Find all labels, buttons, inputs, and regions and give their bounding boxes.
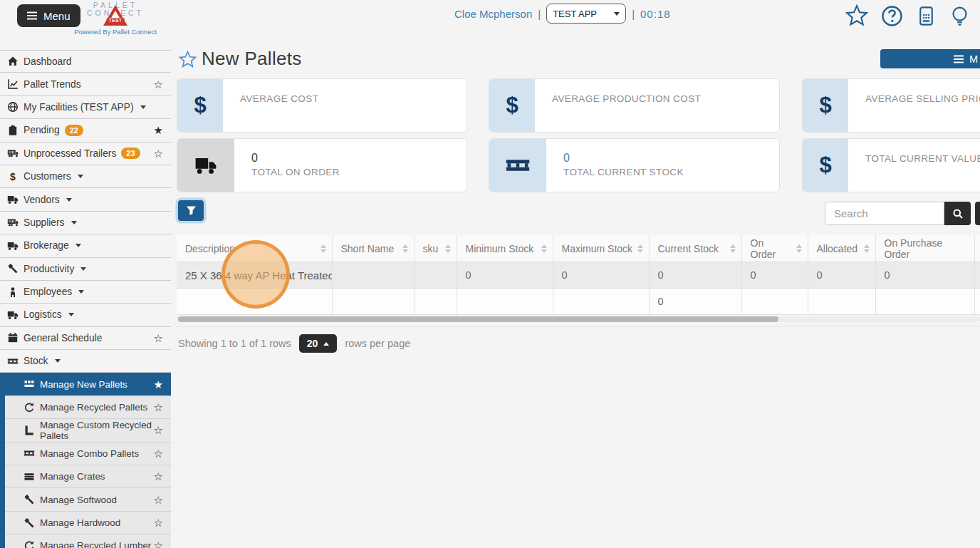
sidebar-item-general-schedule[interactable]: General Schedule <box>0 327 171 350</box>
favorites-star-icon[interactable] <box>845 4 869 28</box>
truck-icon <box>177 139 234 192</box>
cell-maximum-stock: 0 <box>553 262 649 289</box>
favorite-star-icon[interactable] <box>154 471 163 482</box>
sidebar-item-label: Pending <box>24 125 60 135</box>
sidebar-item-manage-crates[interactable]: Manage Crates <box>5 465 171 488</box>
search-input[interactable] <box>825 202 944 225</box>
stat-card-total-current-value: TOTAL CURRENT VALUE <box>802 138 980 192</box>
search-button[interactable] <box>944 202 971 225</box>
sidebar-item-manage-custom-recycled-pallets[interactable]: Manage Custom Recycled Pallets <box>5 419 171 442</box>
sidebar-item-label: Customers <box>24 171 71 182</box>
column-header-current-stock[interactable]: Current Stock <box>649 235 741 262</box>
help-icon[interactable] <box>880 4 904 28</box>
pagination-summary: Showing 1 to 1 of 1 rows <box>178 338 291 349</box>
sort-arrows-icon <box>541 244 547 253</box>
favorite-star-icon[interactable] <box>154 379 163 390</box>
table-row[interactable]: 25 X 36 4 way AP Heat Treated 0 0 0 0 0 … <box>177 262 980 289</box>
sidebar-item-brokerage[interactable]: Brokerage <box>0 234 171 257</box>
globe-icon <box>7 101 19 113</box>
cell-short-name <box>332 262 414 289</box>
app-selector[interactable]: TEST APP <box>546 4 626 24</box>
sidebar-item-label: Manage New Pallets <box>40 379 127 390</box>
funnel-icon <box>186 205 197 216</box>
calculator-icon[interactable] <box>915 5 937 27</box>
pallet-icon <box>24 448 35 459</box>
column-header-allocated[interactable]: Allocated <box>808 235 875 262</box>
sidebar-item-label: Manage Recycled Pallets <box>40 402 147 413</box>
favorite-star-icon[interactable] <box>154 517 163 528</box>
cell-minimum-stock <box>457 289 553 315</box>
table-options-button[interactable] <box>975 202 980 225</box>
table-header-row: Description Short Name sku Minimum Stock… <box>177 235 980 262</box>
chevron-down-icon <box>80 267 86 271</box>
chevron-down-icon <box>75 244 81 247</box>
table-row[interactable]: 0 <box>177 289 980 315</box>
cell-description <box>177 289 332 315</box>
cell-current-stock: 0 <box>649 262 741 289</box>
sort-arrows-icon <box>445 244 451 253</box>
sidebar-item-productivity[interactable]: Productivity <box>0 258 171 281</box>
pagination-bar: Showing 1 to 1 of 1 rows 20 rows per pag… <box>178 334 410 353</box>
favorite-star-icon[interactable] <box>154 333 163 343</box>
favorite-star-icon[interactable] <box>154 425 163 435</box>
favorite-star-icon[interactable] <box>154 79 163 90</box>
page-size-button[interactable]: 20 <box>299 334 338 353</box>
column-header-maximum-stock[interactable]: Maximum Stock <box>553 235 649 262</box>
favorite-star-icon[interactable] <box>154 402 163 413</box>
sidebar-item-pending[interactable]: Pending 22 <box>0 119 171 142</box>
chevron-down-icon <box>55 359 61 363</box>
sidebar-item-manage-recycled-pallets[interactable]: Manage Recycled Pallets <box>5 396 171 419</box>
sidebar-item-stock[interactable]: Stock <box>0 350 171 373</box>
cell-clipped <box>974 289 980 315</box>
dollar-icon <box>803 139 848 192</box>
sidebar-item-manage-new-pallets[interactable]: Manage New Pallets <box>5 373 171 396</box>
sidebar-item-vendors[interactable]: Vendors <box>0 188 171 211</box>
sort-arrows-icon <box>320 244 326 253</box>
favorite-star-icon[interactable] <box>154 148 163 159</box>
favorite-star-icon[interactable] <box>154 495 163 505</box>
sidebar-item-employees[interactable]: Employees <box>0 281 171 304</box>
favorite-star-icon[interactable] <box>154 448 163 459</box>
filter-button[interactable] <box>178 200 204 221</box>
sidebar-item-my-facilities[interactable]: My Facilities (TEST APP) <box>0 96 171 119</box>
sidebar-item-unprocessed-trailers[interactable]: Unprocessed Trailers 23 <box>0 143 171 165</box>
favorite-star-icon[interactable] <box>154 540 163 548</box>
sidebar-item-logistics[interactable]: Logistics <box>0 304 171 326</box>
table-menu-button[interactable]: M <box>880 49 980 68</box>
sort-arrows-icon <box>402 244 408 253</box>
sidebar-item-manage-hardwood[interactable]: Manage Hardwood <box>5 512 171 534</box>
column-header-on-order[interactable]: On Order <box>741 235 808 262</box>
page-size-value: 20 <box>307 338 318 349</box>
sidebar-item-manage-combo-pallets[interactable]: Manage Combo Pallets <box>5 443 171 465</box>
column-header-sku[interactable]: sku <box>414 235 457 262</box>
favorite-star-icon[interactable] <box>154 125 163 135</box>
recycle-icon <box>24 540 35 548</box>
sidebar-item-label: Dashboard <box>24 56 72 67</box>
sidebar-item-customers[interactable]: Customers <box>0 165 171 188</box>
page-title: New Pallets <box>202 48 302 70</box>
sidebar-item-manage-recycled-lumber[interactable]: Manage Recycled Lumber <box>5 534 171 548</box>
sidebar: Dashboard Pallet Trends My Facilities (T… <box>0 50 171 548</box>
chevron-down-icon <box>140 105 146 109</box>
chevron-down-icon <box>71 221 77 224</box>
sidebar-item-suppliers[interactable]: Suppliers <box>0 212 171 234</box>
page-favorite-star-icon[interactable] <box>178 50 197 69</box>
column-header-description[interactable]: Description <box>177 235 332 262</box>
sidebar-item-manage-softwood[interactable]: Manage Softwood <box>5 488 171 511</box>
column-header-on-purchase-order[interactable]: On Purchase Order <box>875 235 974 262</box>
sidebar-item-dashboard[interactable]: Dashboard <box>0 50 171 73</box>
chevron-down-icon <box>68 313 74 316</box>
idea-bulb-icon[interactable] <box>949 5 971 27</box>
menu-button[interactable]: Menu <box>17 4 80 27</box>
new-pallets-table: Description Short Name sku Minimum Stock… <box>177 235 980 315</box>
column-header-minimum-stock[interactable]: Minimum Stock <box>457 235 553 262</box>
chevron-up-icon <box>323 342 329 346</box>
search-icon <box>952 208 964 219</box>
column-header-short-name[interactable]: Short Name <box>332 235 414 262</box>
cell-clipped <box>974 262 980 289</box>
sidebar-item-pallet-trends[interactable]: Pallet Trends <box>0 73 171 95</box>
stat-label: TOTAL ON ORDER <box>251 167 340 177</box>
stat-value: 0 <box>563 151 684 165</box>
horizontal-scrollbar-thumb[interactable] <box>178 316 778 322</box>
cell-allocated <box>808 289 875 315</box>
